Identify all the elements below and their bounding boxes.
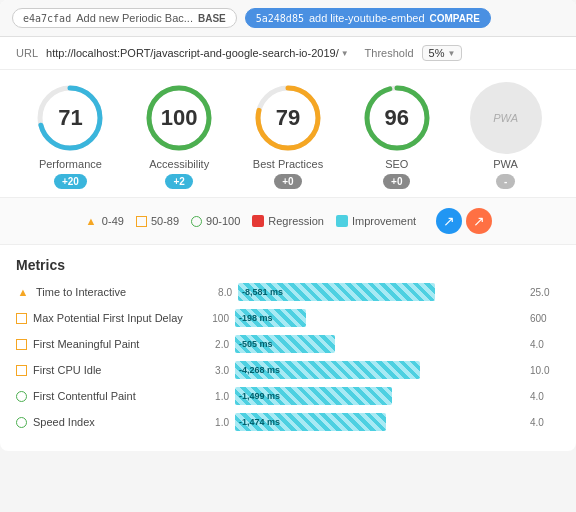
circle-icon (191, 216, 202, 227)
metric-base: 100 (199, 313, 229, 324)
metric-bar-container: -505 ms (235, 335, 520, 353)
metric-bar-container: -1,474 ms (235, 413, 520, 431)
score-label-pwa: PWA (493, 158, 518, 170)
metric-bar: -1,474 ms (235, 413, 386, 431)
metric-icon-triangle: ▲ (16, 286, 30, 298)
metric-base: 1.0 (199, 417, 229, 428)
metric-rows-container: ▲ Time to Interactive 8.0 -8,581 ms 25.0… (16, 283, 560, 431)
metric-bar: -8,581 ms (238, 283, 435, 301)
legend-label-0-49: 0-49 (102, 215, 124, 227)
score-item-accessibility: 100 Accessibility +2 (143, 82, 215, 189)
pwa-circle: PWA (470, 82, 542, 154)
triangle-icon: ▲ (84, 214, 98, 228)
main-container: e4a7cfad Add new Periodic Bac... BASE 5a… (0, 0, 576, 451)
legend-label-90-100: 90-100 (206, 215, 240, 227)
metric-icon-square (16, 313, 27, 324)
metric-icon-square (16, 365, 27, 376)
compare-desc: add lite-youtube-embed (309, 12, 425, 24)
metric-bar-container: -8,581 ms (238, 283, 520, 301)
url-chevron-icon: ▼ (341, 49, 349, 58)
metric-name: Speed Index (33, 416, 193, 428)
legend-actions: ↗ ↗ (436, 208, 492, 234)
metric-icon-square (16, 339, 27, 350)
metric-name: Time to Interactive (36, 286, 196, 298)
metric-base: 2.0 (199, 339, 229, 350)
metric-threshold: 4.0 (530, 417, 560, 428)
threshold-dropdown[interactable]: 5% ▼ (422, 45, 463, 61)
square-icon (136, 216, 147, 227)
legend-label-50-89: 50-89 (151, 215, 179, 227)
metric-row: Speed Index 1.0 -1,474 ms 4.0 (16, 413, 560, 431)
metrics-title: Metrics (16, 257, 560, 273)
metric-threshold: 4.0 (530, 339, 560, 350)
legend-item-90-100: 90-100 (191, 215, 240, 227)
metric-row: Max Potential First Input Delay 100 -198… (16, 309, 560, 327)
score-number-0: 71 (58, 105, 82, 131)
score-item-pwa: PWA PWA - (470, 82, 542, 189)
metric-name: First CPU Idle (33, 364, 193, 376)
url-label: URL (16, 47, 38, 59)
metric-row: First Meaningful Paint 2.0 -505 ms 4.0 (16, 335, 560, 353)
compare-commit-tag[interactable]: 5a248d85 add lite-youtube-embed COMPARE (245, 8, 491, 28)
score-circle-2: 79 (252, 82, 324, 154)
metric-icon-circle (16, 417, 27, 428)
url-bar: URL http://localhost:PORT/javascript-and… (0, 37, 576, 70)
score-label-1: Accessibility (149, 158, 209, 170)
legend-label-regression: Regression (268, 215, 324, 227)
metric-row: ▲ Time to Interactive 8.0 -8,581 ms 25.0 (16, 283, 560, 301)
score-label-3: SEO (385, 158, 408, 170)
metric-bar: -4,268 ms (235, 361, 420, 379)
score-circle-0: 71 (34, 82, 106, 154)
action-btn-orange[interactable]: ↗ (466, 208, 492, 234)
metric-bar-container: -1,499 ms (235, 387, 520, 405)
metric-row: First CPU Idle 3.0 -4,268 ms 10.0 (16, 361, 560, 379)
base-desc: Add new Periodic Bac... (76, 12, 193, 24)
score-number-1: 100 (161, 105, 198, 131)
score-delta-3: +0 (383, 174, 410, 189)
threshold-label: Threshold (365, 47, 414, 59)
scores-section: 71 Performance +20 100 Accessibility +2 (0, 70, 576, 198)
metric-row: First Contentful Paint 1.0 -1,499 ms 4.0 (16, 387, 560, 405)
action-btn-blue[interactable]: ↗ (436, 208, 462, 234)
score-delta-pwa: - (496, 174, 515, 189)
metric-base: 3.0 (199, 365, 229, 376)
base-badge: BASE (198, 13, 226, 24)
metric-base: 1.0 (199, 391, 229, 402)
legend-item-regression: Regression (252, 215, 324, 227)
url-value: http://localhost:PORT/javascript-and-goo… (46, 47, 339, 59)
score-item-best-practices: 79 Best Practices +0 (252, 82, 324, 189)
score-item-performance: 71 Performance +20 (34, 82, 106, 189)
compare-hash: 5a248d85 (256, 13, 304, 24)
metric-bar-container: -4,268 ms (235, 361, 520, 379)
metric-bar-container: -198 ms (235, 309, 520, 327)
legend-item-0-49: ▲ 0-49 (84, 214, 124, 228)
score-label-2: Best Practices (253, 158, 323, 170)
metric-base: 8.0 (202, 287, 232, 298)
score-number-2: 79 (276, 105, 300, 131)
legend-item-improvement: Improvement (336, 215, 416, 227)
score-circle-3: 96 (361, 82, 433, 154)
base-commit-tag[interactable]: e4a7cfad Add new Periodic Bac... BASE (12, 8, 237, 28)
regression-icon (252, 215, 264, 227)
score-delta-0: +20 (54, 174, 87, 189)
improvement-icon (336, 215, 348, 227)
score-circle-1: 100 (143, 82, 215, 154)
base-hash: e4a7cfad (23, 13, 71, 24)
metric-bar: -1,499 ms (235, 387, 392, 405)
metric-icon-circle (16, 391, 27, 402)
metric-name: First Contentful Paint (33, 390, 193, 402)
score-delta-2: +0 (274, 174, 301, 189)
metric-threshold: 4.0 (530, 391, 560, 402)
metric-threshold: 25.0 (530, 287, 560, 298)
metric-name: Max Potential First Input Delay (33, 312, 193, 324)
url-dropdown[interactable]: http://localhost:PORT/javascript-and-goo… (46, 47, 349, 59)
score-delta-1: +2 (165, 174, 192, 189)
compare-badge: COMPARE (430, 13, 480, 24)
metric-bar: -198 ms (235, 309, 306, 327)
threshold-chevron-icon: ▼ (447, 49, 455, 58)
top-bar: e4a7cfad Add new Periodic Bac... BASE 5a… (0, 0, 576, 37)
metrics-section: Metrics ▲ Time to Interactive 8.0 -8,581… (0, 245, 576, 451)
score-label-0: Performance (39, 158, 102, 170)
threshold-value-text: 5% (429, 47, 445, 59)
metric-threshold: 600 (530, 313, 560, 324)
